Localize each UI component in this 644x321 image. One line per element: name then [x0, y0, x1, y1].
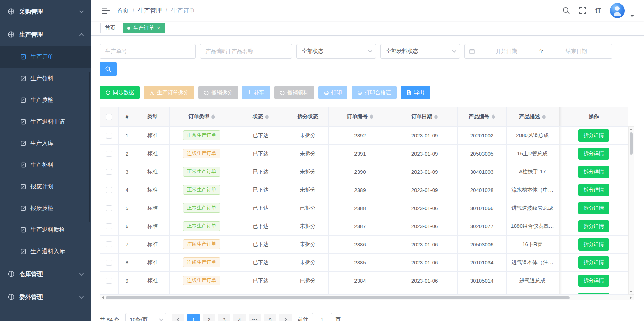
caret-down-icon[interactable] [630, 15, 634, 17]
page-button-2[interactable]: 2 [203, 314, 215, 321]
scroll-right-arrow[interactable] [630, 296, 632, 299]
split-detail-button[interactable]: 拆分详情 [578, 275, 609, 287]
row-checkbox[interactable] [106, 169, 112, 175]
row-checkbox[interactable] [106, 187, 112, 193]
search-button[interactable] [100, 62, 117, 76]
sidebar-scrollbar[interactable] [89, 72, 90, 222]
next-page-button[interactable] [279, 314, 292, 321]
vertical-scrollbar[interactable] [628, 126, 634, 295]
date-range-picker[interactable]: 至 [464, 44, 612, 59]
cell-order-type: 正常生产订单 [169, 217, 234, 235]
row-checkbox[interactable] [106, 205, 112, 211]
row-checkbox[interactable] [106, 151, 112, 157]
scroll-up-arrow[interactable] [629, 128, 633, 130]
page-button-4[interactable]: 4 [233, 314, 246, 321]
close-icon[interactable]: × [157, 25, 160, 31]
sidebar-item-return-qc[interactable]: 生产退料质检 [0, 219, 91, 241]
order-no-input[interactable] [100, 44, 196, 59]
fullscreen-icon[interactable] [579, 7, 586, 14]
sidebar-item-production-picking[interactable]: 生产领料 [0, 68, 91, 89]
split-detail-button[interactable]: 拆分详情 [578, 129, 609, 142]
hamburger-icon[interactable] [101, 7, 110, 14]
column-status[interactable]: 状态 [234, 107, 287, 126]
column-order-type[interactable]: 订单类型 [169, 107, 234, 126]
sidebar-item-return-inbound[interactable]: 生产退料入库 [0, 241, 91, 262]
start-date-input[interactable] [475, 48, 538, 54]
sort-caret-icon[interactable] [542, 114, 546, 119]
cell-index: 7 [118, 235, 136, 253]
split-detail-button[interactable]: 拆分详情 [578, 148, 609, 160]
sidebar-item-warehouse[interactable]: 仓库管理 [0, 262, 91, 285]
search-icon[interactable] [562, 7, 570, 14]
undo-pick-button[interactable]: 撤销领料 [274, 86, 314, 99]
page-size-select[interactable]: 10条/页 [125, 313, 166, 321]
scroll-left-arrow[interactable] [102, 296, 104, 299]
sidebar-item-return-request[interactable]: 生产退料申请 [0, 111, 91, 133]
tab-production-order[interactable]: 生产订单 × [123, 23, 165, 33]
cell-index: 3 [118, 163, 136, 181]
sidebar-item-outsourcing[interactable]: 委外管理 [0, 285, 91, 308]
column-order-date[interactable]: 订单日期 [392, 107, 457, 126]
sort-caret-icon[interactable] [211, 114, 215, 119]
chevron-left-icon [177, 318, 180, 321]
tab-home[interactable]: 首页 [100, 23, 120, 33]
print-button[interactable]: 打印 [318, 86, 347, 99]
sort-caret-icon[interactable] [265, 114, 269, 119]
sidebar-item-production-inbound[interactable]: 生产入库 [0, 133, 91, 154]
print-certificate-button[interactable]: 打印合格证 [352, 86, 397, 99]
page-button-3[interactable]: 3 [218, 314, 230, 321]
sync-data-button[interactable]: 同步数据 [100, 86, 140, 99]
row-checkbox[interactable] [106, 241, 112, 247]
user-avatar[interactable] [610, 3, 625, 18]
select-all-checkbox[interactable] [106, 114, 112, 120]
chevron-down-icon [79, 294, 84, 299]
scroll-down-arrow[interactable] [629, 291, 633, 293]
row-checkbox[interactable] [106, 278, 112, 284]
split-detail-button[interactable]: 拆分详情 [578, 166, 609, 178]
more-pages-button[interactable]: ••• [249, 314, 261, 321]
select-all-cell [100, 107, 118, 126]
horizontal-scrollbar[interactable] [100, 295, 634, 300]
sort-caret-icon[interactable] [492, 114, 495, 119]
page-button-9[interactable]: 9 [264, 314, 276, 321]
page-button-1[interactable]: 1 [187, 314, 200, 321]
row-checkbox[interactable] [106, 133, 112, 139]
sidebar-item-production-qc[interactable]: 生产质检 [0, 89, 91, 111]
goto-page-input[interactable] [312, 313, 332, 321]
cell-split-status: 未拆分 [287, 181, 328, 199]
issue-status-select[interactable]: 全部发料状态 [380, 44, 460, 59]
column-order-no[interactable]: 订单编号 [328, 107, 392, 126]
sort-caret-icon[interactable] [370, 114, 373, 119]
split-detail-button[interactable]: 拆分详情 [578, 238, 609, 251]
sidebar-item-replenish[interactable]: 生产补料 [0, 154, 91, 176]
breadcrumb-production[interactable]: 生产管理 [138, 7, 162, 15]
split-detail-button[interactable]: 拆分详情 [578, 184, 609, 196]
sidebar-item-purchase[interactable]: 采购管理 [0, 0, 91, 23]
order-split-button[interactable]: 生产订单拆分 [144, 86, 194, 99]
horizontal-scroll-thumb[interactable] [106, 296, 570, 299]
end-date-input[interactable] [545, 48, 608, 54]
split-detail-button[interactable]: 拆分详情 [578, 202, 609, 214]
row-checkbox[interactable] [106, 223, 112, 229]
sidebar-item-scrap-plan[interactable]: 报废计划 [0, 176, 91, 197]
export-button[interactable]: 导出 [401, 86, 430, 99]
undo-split-button[interactable]: 撤销拆分 [198, 86, 238, 99]
status-select[interactable]: 全部状态 [296, 44, 376, 59]
product-search-input[interactable] [200, 44, 292, 59]
font-size-icon[interactable]: tT [595, 7, 601, 14]
edit-icon [20, 162, 27, 168]
vertical-scroll-thumb[interactable] [630, 132, 633, 155]
column-product-no[interactable]: 产品编号 [457, 107, 506, 126]
sidebar-item-production[interactable]: 生产管理 [0, 23, 91, 46]
sort-caret-icon[interactable] [434, 114, 438, 119]
row-checkbox[interactable] [106, 260, 112, 266]
cell-split-status: 未拆分 [287, 126, 328, 144]
split-detail-button[interactable]: 拆分详情 [578, 220, 609, 232]
breadcrumb-home[interactable]: 首页 [117, 7, 129, 15]
sidebar-item-scrap-qc[interactable]: 报废质检 [0, 197, 91, 219]
prev-page-button[interactable] [172, 314, 184, 321]
add-cart-button[interactable]: + 补车 [242, 86, 270, 99]
sidebar-item-production-order[interactable]: 生产订单 [0, 46, 91, 68]
split-detail-button[interactable]: 拆分详情 [578, 256, 609, 269]
column-product-desc[interactable]: 产品描述 [506, 107, 559, 126]
